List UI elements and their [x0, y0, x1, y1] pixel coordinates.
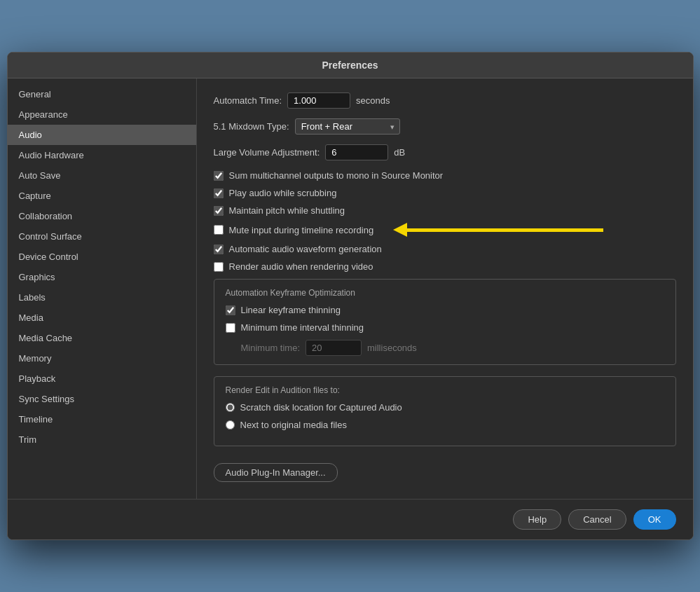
sidebar-item-audio[interactable]: Audio: [8, 125, 196, 145]
automation-checkbox-acb1[interactable]: [226, 305, 235, 315]
checkbox-label-cb5: Automatic audio waveform generation: [229, 244, 382, 254]
footer-right: Help Cancel OK: [513, 509, 675, 530]
sidebar: GeneralAppearanceAudioAudio HardwareAuto…: [8, 78, 197, 499]
checkbox-row-cb3: Maintain pitch while shuttling: [214, 205, 676, 216]
sidebar-item-sync-settings[interactable]: Sync Settings: [8, 389, 196, 409]
automation-checkbox-acb2[interactable]: [226, 323, 235, 333]
automation-checkbox-label-acb2: Minimum time interval thinning: [241, 322, 364, 333]
checkbox-label-cb3: Maintain pitch while shuttling: [229, 205, 345, 216]
render-radio-rr2[interactable]: [226, 420, 235, 429]
volume-row: Large Volume Adjustment: dB: [214, 144, 676, 160]
render-title: Render Edit in Audition files to:: [226, 385, 664, 395]
sidebar-item-auto-save[interactable]: Auto Save: [8, 165, 196, 186]
min-time-row: Minimum time: milliseconds: [226, 340, 664, 356]
sidebar-item-trim[interactable]: Trim: [8, 429, 196, 450]
volume-label: Large Volume Adjustment:: [214, 147, 320, 158]
sidebar-item-labels[interactable]: Labels: [8, 287, 196, 308]
cancel-button[interactable]: Cancel: [568, 509, 626, 530]
main-checkboxes: Sum multichannel outputs to mono in Sour…: [214, 170, 676, 272]
volume-unit: dB: [394, 147, 405, 158]
checkbox-row-cb6: Render audio when rendering video: [214, 261, 676, 272]
mixdown-label: 5.1 Mixdown Type:: [214, 121, 289, 132]
sidebar-item-graphics[interactable]: Graphics: [8, 267, 196, 287]
sidebar-item-general[interactable]: General: [8, 84, 196, 104]
checkbox-cb5[interactable]: [214, 245, 224, 254]
render-radio-label-rr2: Next to original media files: [240, 420, 347, 430]
dialog-title: Preferences: [8, 53, 693, 78]
audio-plugin-manager-button[interactable]: Audio Plug-In Manager...: [214, 463, 338, 482]
sidebar-item-media-cache[interactable]: Media Cache: [8, 328, 196, 348]
checkbox-row-cb2: Play audio while scrubbing: [214, 188, 676, 198]
automatch-input[interactable]: [287, 92, 350, 109]
automatch-row: Automatch Time: seconds: [214, 92, 676, 109]
checkbox-cb6[interactable]: [214, 262, 224, 272]
checkbox-cb4[interactable]: [214, 225, 224, 235]
checkbox-label-cb1: Sum multichannel outputs to mono in Sour…: [229, 170, 444, 181]
checkbox-cb3[interactable]: [214, 206, 224, 216]
automation-title: Automation Keyframe Optimization: [226, 288, 664, 298]
footer: Help Cancel OK: [8, 499, 693, 539]
render-radio-label-rr1: Scratch disk location for Captured Audio: [240, 402, 402, 413]
sidebar-item-appearance[interactable]: Appearance: [8, 104, 196, 125]
automation-section: Automation Keyframe Optimization Linear …: [214, 279, 676, 365]
main-content: Automatch Time: seconds 5.1 Mixdown Type…: [197, 78, 693, 499]
checkbox-label-cb6: Render audio when rendering video: [229, 261, 373, 272]
render-radio-row-rr2: Next to original media files: [226, 420, 664, 430]
automatch-unit: seconds: [356, 95, 390, 106]
checkbox-row-cb5: Automatic audio waveform generation: [214, 244, 676, 254]
checkbox-cb1[interactable]: [214, 171, 224, 181]
sidebar-item-audio-hardware[interactable]: Audio Hardware: [8, 145, 196, 165]
sidebar-item-media[interactable]: Media: [8, 308, 196, 328]
sidebar-item-device-control[interactable]: Device Control: [8, 247, 196, 267]
preferences-dialog: Preferences GeneralAppearanceAudioAudio …: [7, 52, 694, 540]
mixdown-select[interactable]: Front + Rear Front Only Rear Only Front …: [295, 118, 400, 135]
render-radio-rr1[interactable]: [226, 403, 235, 412]
sidebar-item-collaboration[interactable]: Collaboration: [8, 206, 196, 226]
checkbox-cb2[interactable]: [214, 188, 224, 198]
automation-checkbox-row-acb2: Minimum time interval thinning: [226, 322, 664, 333]
min-time-input[interactable]: [306, 340, 362, 356]
ok-button[interactable]: OK: [633, 509, 676, 530]
yellow-arrow-annotation: [393, 223, 603, 237]
min-time-label: Minimum time:: [241, 343, 301, 353]
render-radios: Scratch disk location for Captured Audio…: [226, 402, 664, 430]
checkbox-label-cb2: Play audio while scrubbing: [229, 188, 337, 198]
help-button[interactable]: Help: [513, 509, 561, 530]
sidebar-item-capture[interactable]: Capture: [8, 186, 196, 206]
mixdown-select-wrapper: Front + Rear Front Only Rear Only Front …: [295, 118, 400, 135]
automatch-label: Automatch Time:: [214, 95, 282, 106]
sidebar-item-timeline[interactable]: Timeline: [8, 409, 196, 429]
checkbox-row-cb4: Mute input during timeline recording: [214, 223, 676, 237]
sidebar-item-control-surface[interactable]: Control Surface: [8, 226, 196, 247]
sidebar-item-memory[interactable]: Memory: [8, 348, 196, 369]
automation-checkbox-label-acb1: Linear keyframe thinning: [241, 305, 341, 315]
render-radio-row-rr1: Scratch disk location for Captured Audio: [226, 402, 664, 413]
automation-checkbox-row-acb1: Linear keyframe thinning: [226, 305, 664, 315]
mixdown-row: 5.1 Mixdown Type: Front + Rear Front Onl…: [214, 118, 676, 135]
checkbox-label-cb4: Mute input during timeline recording: [229, 225, 374, 235]
automation-checkboxes: Linear keyframe thinningMinimum time int…: [226, 305, 664, 333]
checkbox-row-cb1: Sum multichannel outputs to mono in Sour…: [214, 170, 676, 181]
sidebar-item-playback[interactable]: Playback: [8, 369, 196, 389]
volume-input[interactable]: [325, 144, 388, 160]
render-section: Render Edit in Audition files to: Scratc…: [214, 376, 676, 446]
min-time-unit: milliseconds: [367, 343, 417, 353]
